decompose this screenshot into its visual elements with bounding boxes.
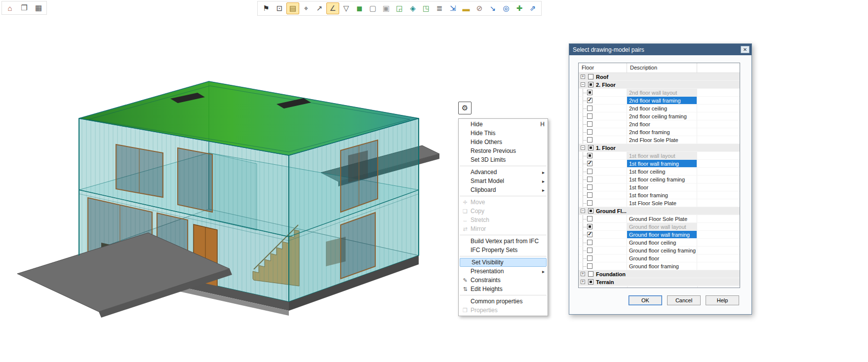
link-model-icon[interactable]: ⇗ [526,2,539,14]
tree-item-row[interactable]: Ground Floor Sole Plate [579,215,740,223]
checkbox-unchecked[interactable] [588,74,593,79]
menu-item-common-properties[interactable]: Common properties [459,297,548,306]
menu-item-build-vertex-part-from-ifc[interactable]: Build Vertex part from IFC [459,237,548,246]
tree-group-row[interactable]: +Foundation [579,270,740,278]
menu-item-presentation[interactable]: Presentation▸ [459,267,548,276]
tree-item-row[interactable]: 2nd floor wall layout [579,89,740,97]
menu-item-hide-others[interactable]: Hide Others [459,138,548,146]
model-viewport[interactable] [0,30,454,355]
checkbox-unchecked[interactable] [587,216,592,221]
tree-item-row[interactable]: 1st floor [579,183,740,191]
dialog-titlebar[interactable]: Select drawing-model pairs [569,44,751,55]
wireframe-box-icon[interactable]: ▢ [366,2,379,14]
add-model-icon[interactable]: ✚ [513,2,526,14]
checkbox-unchecked[interactable] [587,184,592,190]
filter-icon[interactable]: ▽ [340,2,353,14]
tree-item-row[interactable]: Ground floor ceiling [579,239,740,247]
menu-item-advanced[interactable]: Advanced▸ [459,168,548,177]
checkbox-unchecked[interactable] [587,240,592,245]
axis-arrow-icon[interactable]: ↘ [486,2,499,14]
close-icon[interactable]: ✕ [741,46,750,53]
tree-item-row[interactable]: 2nd floor wall framing [579,97,740,105]
tree-item-row[interactable]: 2nd floor ceiling [579,105,740,112]
checkbox-unchecked[interactable] [587,177,592,182]
solid-model-icon[interactable]: ◼ [353,2,366,14]
checkbox-partial[interactable] [587,90,592,95]
tree-item-row[interactable]: 2nd floor framing [579,128,740,136]
menu-item-ifc-property-sets[interactable]: IFC Property Sets [459,246,548,254]
checkbox-partial[interactable] [588,145,593,150]
drawing-window-icon[interactable]: ⌂ [3,2,16,14]
tree-item-row[interactable]: Ground floor framing [579,262,740,270]
tree-group-row[interactable]: −2. Floor [579,81,740,89]
section-view-icon[interactable]: ◎ [500,2,513,14]
checkbox-partial[interactable] [588,82,593,87]
purge-icon[interactable]: ⊘ [473,2,486,14]
snap-point-icon[interactable]: ⌖ [300,2,313,14]
tree-item-row[interactable]: Ground floor wall framing [579,231,740,239]
tree-group-row[interactable]: +Terrain [579,278,740,286]
tree-item-row[interactable]: 2nd Floor Sole Plate [579,136,740,144]
tree-item-row[interactable]: 1st floor ceiling [579,168,740,176]
expand-icon[interactable]: + [581,280,585,284]
tree-item-row[interactable]: 2nd floor [579,120,740,128]
checkbox-unchecked[interactable] [587,129,592,135]
menu-item-constraints[interactable]: ✎Constraints [459,276,548,285]
cancel-button[interactable]: Cancel [667,295,701,305]
snap-direction-icon[interactable]: ↗ [313,2,326,14]
checkbox-checked[interactable] [587,98,592,103]
checkbox-unchecked[interactable] [587,106,592,111]
import-file-icon[interactable]: ⇲ [446,2,459,14]
tree-item-row[interactable]: Ground floor wall layout [579,223,740,231]
shaded-box-icon[interactable]: ◲ [393,2,406,14]
hidden-line-box-icon[interactable]: ▣ [380,2,393,14]
tree-item-row[interactable]: 1st floor ceiling framing [579,176,740,183]
checkbox-unchecked[interactable] [587,169,592,174]
tree-group-row[interactable]: −Ground Fl... [579,207,740,215]
checkbox-checked[interactable] [587,161,592,166]
menu-item-hide-this[interactable]: Hide This [459,129,548,138]
pin-icon[interactable]: ⚑ [260,2,273,14]
checkbox-unchecked[interactable] [588,271,593,277]
checkbox-unchecked[interactable] [587,200,592,206]
export-model-icon[interactable]: ◳ [420,2,433,14]
expand-icon[interactable]: + [581,74,585,79]
checkbox-unchecked[interactable] [587,248,592,253]
help-button[interactable]: Help [706,295,739,305]
menu-item-set-3d-limits[interactable]: Set 3D Limits [459,155,548,164]
expand-icon[interactable]: + [581,272,585,276]
menu-item-smart-model[interactable]: Smart Model▸ [459,177,548,185]
tree-item-row[interactable]: Ground floor ceiling framing [579,247,740,254]
tree-item-row[interactable]: 1st Floor Sole Plate [579,199,740,207]
ok-button[interactable]: OK [629,295,662,305]
tree-item-row[interactable]: 1st floor wall layout [579,152,740,160]
parts-list-icon[interactable]: ≣ [433,2,446,14]
collapse-icon[interactable]: − [581,209,585,213]
iso-cube-icon[interactable]: ◈ [406,2,419,14]
context-gear-button[interactable]: ⚙ [458,102,472,114]
menu-item-set-visibility[interactable]: Set Visibility [460,258,547,267]
checkbox-partial[interactable] [588,208,593,214]
checkbox-unchecked[interactable] [587,192,592,198]
checkbox-unchecked[interactable] [587,255,592,261]
tree-group-row[interactable]: −1. Floor [579,144,740,152]
window-grid-icon[interactable]: ▦ [32,2,45,14]
column-header-floor[interactable]: Floor [579,63,627,72]
snap-angle-icon[interactable]: ∠ [326,2,339,14]
tree-item-row[interactable]: Ground floor [579,254,740,262]
archive-drawer-icon[interactable]: ▬ [460,2,473,14]
tree-group-row[interactable]: +Roof [579,73,740,81]
menu-item-hide[interactable]: HideH [459,120,548,129]
measure-icon[interactable]: ▤ [286,2,299,14]
menu-item-clipboard[interactable]: Clipboard▸ [459,185,548,194]
collapse-icon[interactable]: − [581,82,585,87]
checkbox-partial[interactable] [588,279,593,285]
checkbox-unchecked[interactable] [587,137,592,143]
cascade-windows-icon[interactable]: ❐ [18,2,31,14]
tree-item-row[interactable]: 1st floor framing [579,191,740,199]
select-area-icon[interactable]: ⊡ [273,2,286,14]
checkbox-checked[interactable] [587,232,592,237]
collapse-icon[interactable]: − [581,145,585,150]
checkbox-partial[interactable] [587,224,592,229]
tree-item-row[interactable]: 2nd floor ceiling framing [579,112,740,120]
